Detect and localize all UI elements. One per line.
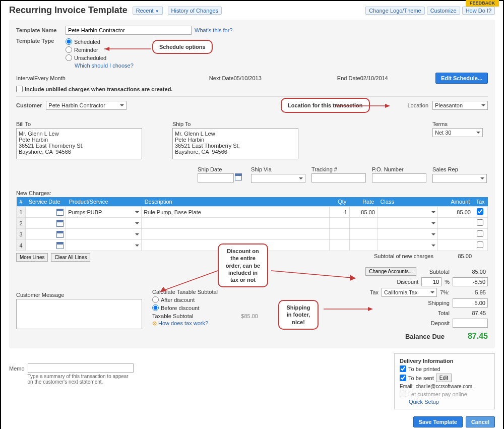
charges-table: # Service Date Product/Service Descripti… xyxy=(16,197,488,251)
type-reminder-label: Reminder xyxy=(74,47,98,53)
tax-label: Tax xyxy=(370,289,379,295)
history-button[interactable]: History of Changes xyxy=(168,7,222,15)
memo-input[interactable] xyxy=(28,363,134,373)
calendar-icon[interactable] xyxy=(56,209,64,216)
salesrep-dropdown[interactable] xyxy=(432,174,487,183)
include-unbilled-checkbox[interactable] xyxy=(16,86,23,92)
salesrep-label: Sales Rep xyxy=(432,166,488,172)
recent-button[interactable]: Recent ▼ xyxy=(133,7,163,15)
tracking-input[interactable] xyxy=(311,173,366,182)
after-discount-radio[interactable] xyxy=(152,296,159,303)
taxcalc-header: Calculate Taxable Subtotal xyxy=(152,289,258,295)
whats-this-link[interactable]: What's this for? xyxy=(195,27,232,33)
terms-dropdown[interactable]: Net 30 xyxy=(432,128,483,137)
next-date-label: Next Date xyxy=(209,75,234,81)
annot-schedule-options: Schedule options xyxy=(152,40,213,54)
delivery-edit-button[interactable]: Edit xyxy=(436,374,452,382)
tax-checkbox[interactable] xyxy=(477,241,483,248)
calendar-icon[interactable] xyxy=(56,220,64,227)
tax-dropdown[interactable]: California Tax xyxy=(382,288,437,297)
tracking-label: Tracking # xyxy=(311,166,367,172)
type-unscheduled-radio[interactable] xyxy=(66,54,72,61)
end-date-value: 02/10/2014 xyxy=(360,75,388,81)
tax-pct: 7%: xyxy=(440,289,450,295)
billto-textarea[interactable]: Mr. Glenn L Lew Pete Harbin 36521 East T… xyxy=(16,128,142,159)
template-name-input[interactable] xyxy=(66,26,192,35)
shipto-textarea[interactable]: Mr. Glenn L Lew Pete Harbin 36521 East T… xyxy=(172,128,298,159)
delivery-box: Delivery Information To be printed To be… xyxy=(394,353,495,409)
end-date-label: End Date xyxy=(337,75,360,81)
more-lines-button[interactable]: More Lines xyxy=(16,253,48,262)
edit-schedule-button[interactable]: Edit Schedule... xyxy=(435,73,488,84)
shipdate-input[interactable] xyxy=(198,173,234,182)
calendar-icon[interactable] xyxy=(235,173,242,180)
page-title: Recurring Invoice Template xyxy=(9,5,128,16)
shipping-amt[interactable]: 5.00 xyxy=(453,298,488,308)
how-do-i-button[interactable]: How Do I? xyxy=(462,7,495,15)
calendar-icon[interactable] xyxy=(56,231,64,238)
quick-setup-link[interactable]: Quick Setup xyxy=(409,399,439,405)
which-choose-link[interactable]: Which should I choose? xyxy=(75,63,134,69)
template-name-label: Template Name xyxy=(16,27,62,33)
terms-label: Terms xyxy=(432,121,488,127)
type-scheduled-radio[interactable] xyxy=(66,38,72,45)
annot-shipping: Shipping in footer, nice! xyxy=(278,300,319,330)
tax-checkbox[interactable] xyxy=(477,230,483,237)
po-input[interactable] xyxy=(372,173,426,182)
discount-pct-input[interactable] xyxy=(421,277,442,286)
memo-label: Memo xyxy=(9,365,25,372)
discount-label: Discount xyxy=(388,279,418,285)
interval-value: Every Month xyxy=(34,75,66,81)
tax-checkbox[interactable] xyxy=(477,208,483,215)
include-unbilled-label: Include unbilled charges when transactio… xyxy=(25,86,172,92)
po-label: P.O. Number xyxy=(372,166,427,172)
total-value: 87.45 xyxy=(453,309,488,317)
clear-lines-button[interactable]: Clear All Lines xyxy=(51,253,90,262)
how-tax-link[interactable]: How does tax work? xyxy=(158,320,208,326)
subtotal-charges-label: Subtotal of new charges xyxy=(374,253,433,262)
deposit-input[interactable] xyxy=(453,319,488,328)
shipvia-dropdown[interactable] xyxy=(251,174,305,183)
location-dropdown[interactable]: Pleasanton xyxy=(432,101,488,110)
table-row[interactable]: 2 xyxy=(17,218,488,229)
tax-amt: 5.95 xyxy=(453,288,488,296)
tax-checkbox[interactable] xyxy=(477,219,483,226)
calendar-icon[interactable] xyxy=(56,242,64,249)
charges-header: New Charges: xyxy=(16,190,488,196)
table-row[interactable]: 3 xyxy=(17,229,488,240)
customer-dropdown[interactable]: Pete Harbin Contractor xyxy=(46,101,127,110)
help-icon: ⊙ xyxy=(152,320,157,326)
balance-label: Balance Due xyxy=(405,333,445,340)
save-template-button[interactable]: Save Template xyxy=(413,416,463,427)
type-reminder-radio[interactable] xyxy=(66,46,72,53)
feedback-tab[interactable]: FEEDBACK xyxy=(466,0,499,7)
to-be-printed-checkbox[interactable] xyxy=(400,365,406,372)
interval-label: Interval xyxy=(16,75,34,81)
customize-button[interactable]: Customize xyxy=(427,7,460,15)
subtotal-charges-value: 85.00 xyxy=(436,253,472,262)
annot-discount: Discount on the entire order, can be inc… xyxy=(218,243,268,287)
custmsg-label: Customer Message xyxy=(16,292,142,298)
subtotal-label: Subtotal xyxy=(419,269,450,275)
custmsg-textarea[interactable] xyxy=(16,299,142,329)
next-date-value: 05/10/2013 xyxy=(234,75,262,81)
to-be-sent-checkbox[interactable] xyxy=(400,375,406,381)
shipvia-label: Ship Via xyxy=(251,166,306,172)
before-discount-radio[interactable] xyxy=(152,304,159,311)
cancel-button[interactable]: Cancel xyxy=(466,416,495,427)
change-theme-button[interactable]: Change Logo/Theme xyxy=(365,7,424,15)
change-accounts-button[interactable]: Change Accounts... xyxy=(365,267,416,276)
customer-label: Customer xyxy=(16,102,42,108)
table-row[interactable]: 1Pumps:PUBPRule Pump, Base Plate185.0085… xyxy=(17,207,488,218)
total-label: Total xyxy=(419,310,450,316)
pay-online-checkbox xyxy=(400,391,406,397)
subtotal-value: 85.00 xyxy=(453,268,488,276)
shipdate-label: Ship Date xyxy=(198,166,246,172)
taxable-sub-label: Taxable Subtotal xyxy=(152,313,193,319)
taxable-sub-value: $85.00 xyxy=(241,313,258,319)
shipto-label: Ship To xyxy=(172,121,298,127)
delivery-header: Delivery Information xyxy=(400,358,489,364)
template-type-label: Template Type xyxy=(16,37,62,44)
location-label: Location xyxy=(407,102,428,108)
type-scheduled-label: Scheduled xyxy=(74,39,100,45)
